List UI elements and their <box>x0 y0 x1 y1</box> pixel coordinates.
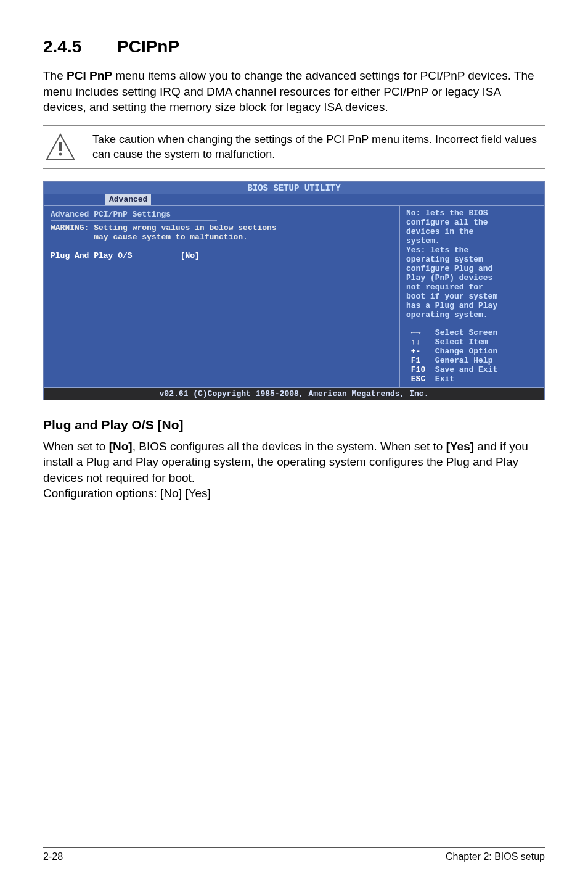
bios-warning: WARNING: Setting wrong values in below s… <box>51 223 393 242</box>
section-number: 2.4.5 <box>43 37 117 57</box>
bios-title: BIOS SETUP UTILITY <box>44 182 544 194</box>
bios-help-line: Play (PnP) devices <box>406 273 537 283</box>
bios-subheading: Advanced PCI/PnP Settings <box>51 210 393 219</box>
bios-warning-line2: may cause system to malfunction. <box>94 233 248 242</box>
intro-paragraph: The PCI PnP menu items allow you to chan… <box>43 68 545 115</box>
bios-setting-row[interactable]: Plug And Play O/S [No] <box>51 251 393 260</box>
subsection-heading: Plug and Play O/S [No] <box>43 418 545 432</box>
svg-rect-1 <box>59 142 62 151</box>
section-heading: 2.4.5PCIPnP <box>43 37 545 57</box>
bios-help-line: operating system <box>406 255 537 264</box>
bold-yes: [Yes] <box>446 440 474 453</box>
page-footer: 2-28 Chapter 2: BIOS setup <box>43 847 545 862</box>
caution-text: Take caution when changing the settings … <box>90 132 545 162</box>
svg-point-2 <box>59 153 62 156</box>
config-options: Configuration options: [No] [Yes] <box>43 487 211 500</box>
caution-block: Take caution when changing the settings … <box>43 125 545 169</box>
bios-help-line: boot if your system <box>406 292 537 301</box>
bios-nav-keys: ←→ Select Screen ↑↓ Select Item +- Chang… <box>406 328 537 384</box>
bios-help-line: has a Plug and Play <box>406 301 537 310</box>
bios-help-line: operating system. <box>406 310 537 320</box>
bios-setting-label: Plug And Play O/S <box>51 251 133 260</box>
intro-bold: PCI PnP <box>67 69 112 82</box>
bios-divider <box>51 220 217 221</box>
bios-help-line: not required for <box>406 283 537 292</box>
bios-help-line: system. <box>406 236 537 245</box>
page-number: 2-28 <box>43 851 63 862</box>
caution-icon <box>43 133 78 160</box>
bios-right-pane: No: lets the BIOS configure all the devi… <box>399 205 544 388</box>
bios-tab-advanced[interactable]: Advanced <box>105 194 151 205</box>
bold-no: [No] <box>109 440 133 453</box>
bios-setting-value: [No] <box>181 251 200 260</box>
bios-tabs: Advanced <box>44 194 544 205</box>
bios-help-line: configure Plug and <box>406 264 537 273</box>
bios-help-text: No: lets the BIOS configure all the devi… <box>406 208 537 320</box>
section-title-text: PCIPnP <box>117 37 179 56</box>
bios-left-pane: Advanced PCI/PnP Settings WARNING: Setti… <box>44 205 399 388</box>
bios-help-line: Yes: lets the <box>406 245 537 255</box>
bios-warning-label: WARNING: <box>51 223 89 233</box>
bios-warning-line1: Setting wrong values in below sections <box>94 223 276 233</box>
subsection-body: When set to [No], BIOS configures all th… <box>43 439 545 502</box>
chapter-label: Chapter 2: BIOS setup <box>446 851 545 862</box>
bios-panel: BIOS SETUP UTILITY Advanced Advanced PCI… <box>43 181 545 400</box>
bios-help-line: devices in the <box>406 227 537 236</box>
bios-help-line: No: lets the BIOS <box>406 208 537 218</box>
bios-help-line: configure all the <box>406 218 537 227</box>
bios-footer: v02.61 (C)Copyright 1985-2008, American … <box>44 388 544 400</box>
